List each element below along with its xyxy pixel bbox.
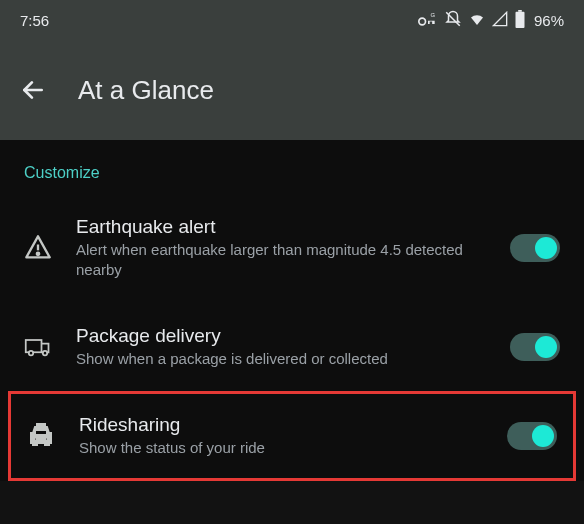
status-time: 7:56 — [20, 12, 49, 29]
warning-triangle-icon — [24, 234, 52, 262]
back-button[interactable] — [20, 77, 46, 103]
setting-title: Package delivery — [76, 325, 486, 347]
wifi-icon — [468, 10, 486, 31]
setting-text: Earthquake alert Alert when earthquake l… — [76, 216, 486, 281]
status-bar: 7:56 G 96% — [0, 0, 584, 40]
taxi-icon — [27, 422, 55, 450]
notification-silent-icon — [444, 10, 462, 31]
setting-text: Ridesharing Show the status of your ride — [79, 414, 483, 458]
svg-point-0 — [419, 18, 426, 25]
svg-point-14 — [45, 437, 48, 440]
setting-text: Package delivery Show when a package is … — [76, 325, 486, 369]
signal-icon — [492, 11, 508, 30]
setting-title: Ridesharing — [79, 414, 483, 436]
status-right: G 96% — [418, 10, 564, 31]
toggle-switch[interactable] — [510, 234, 560, 262]
toggle-knob — [535, 336, 557, 358]
toggle-switch[interactable] — [507, 422, 557, 450]
truck-icon — [24, 333, 52, 361]
content: Customize Earthquake alert Alert when ea… — [0, 140, 584, 481]
svg-rect-12 — [35, 430, 47, 435]
setting-subtitle: Show the status of your ride — [79, 438, 483, 458]
setting-package[interactable]: Package delivery Show when a package is … — [0, 303, 584, 391]
setting-earthquake[interactable]: Earthquake alert Alert when earthquake l… — [0, 194, 584, 303]
svg-rect-8 — [26, 340, 42, 352]
setting-subtitle: Show when a package is delivered or coll… — [76, 349, 486, 369]
toggle-knob — [532, 425, 554, 447]
vpn-icon: G — [418, 12, 438, 29]
svg-point-9 — [29, 351, 33, 355]
battery-percent: 96% — [534, 12, 564, 29]
svg-rect-3 — [515, 11, 524, 27]
header-bar: At a Glance — [0, 40, 584, 140]
toggle-knob — [535, 237, 557, 259]
svg-point-7 — [37, 253, 39, 255]
svg-rect-4 — [518, 10, 522, 12]
highlight-annotation: Ridesharing Show the status of your ride — [8, 391, 576, 481]
page-title: At a Glance — [78, 75, 214, 106]
setting-title: Earthquake alert — [76, 216, 486, 238]
setting-ridesharing[interactable]: Ridesharing Show the status of your ride — [11, 394, 573, 478]
svg-point-10 — [43, 351, 47, 355]
svg-point-13 — [34, 437, 37, 440]
battery-icon — [514, 10, 526, 31]
status-icons: G — [418, 10, 526, 31]
section-label: Customize — [0, 164, 584, 194]
svg-text:G: G — [430, 12, 435, 18]
toggle-switch[interactable] — [510, 333, 560, 361]
setting-subtitle: Alert when earthquake larger than magnit… — [76, 240, 486, 281]
